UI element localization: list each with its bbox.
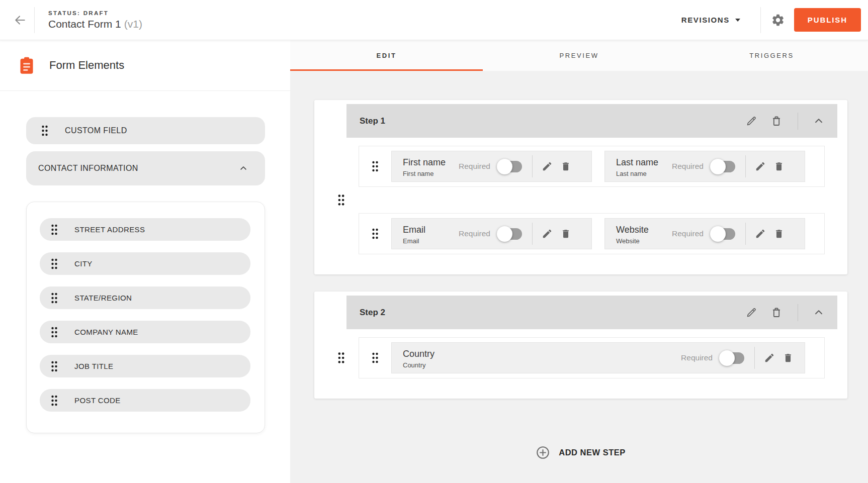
field-card: First name First name Required <box>391 151 592 182</box>
trash-icon <box>773 161 785 172</box>
drag-handle-icon <box>372 352 379 363</box>
field-label: Website <box>616 223 664 236</box>
step-rows: Country Country Required <box>359 337 825 378</box>
field-row: First name First name Required Last name… <box>359 146 825 187</box>
field-divider <box>754 347 755 369</box>
required-toggle[interactable] <box>499 161 522 172</box>
sidebar-item-label: POST CODE <box>74 396 121 405</box>
add-step-label: ADD NEW STEP <box>559 448 626 457</box>
sidebar-item-label: STREET ADDRESS <box>74 225 145 234</box>
sidebar-field-item[interactable]: STREET ADDRESS <box>40 218 250 241</box>
row-drag-handle[interactable] <box>359 352 391 363</box>
add-new-step-button[interactable]: ADD NEW STEP <box>536 446 626 459</box>
row-fields: Email Email Required Website Website Req… <box>391 218 805 249</box>
field-card: Country Country Required <box>391 342 805 373</box>
required-label: Required <box>459 162 490 171</box>
edit-field-button[interactable] <box>542 161 553 172</box>
sidebar-group-contact-information[interactable]: CONTACT INFORMATION <box>26 151 265 185</box>
pencil-icon <box>764 352 775 363</box>
field-row: Email Email Required Website Website Req… <box>359 213 825 254</box>
field-label: Last name <box>616 156 664 169</box>
step-drag-handle-icon[interactable] <box>337 352 345 364</box>
sidebar-field-item[interactable]: JOB TITLE <box>40 355 250 377</box>
delete-field-button[interactable] <box>783 352 794 363</box>
publish-button[interactable]: PUBLISH <box>794 8 861 32</box>
collapse-step-button[interactable] <box>813 116 824 127</box>
chevron-up-icon <box>813 116 824 127</box>
edit-step-button[interactable] <box>745 115 757 127</box>
drag-handle-icon <box>372 228 379 239</box>
sidebar-header: Form Elements <box>0 40 290 91</box>
sidebar-item-label: JOB TITLE <box>74 362 114 370</box>
caret-down-icon <box>735 19 740 22</box>
toggle-knob <box>497 226 512 242</box>
edit-step-button[interactable] <box>745 307 757 319</box>
drag-handle-icon <box>41 125 48 136</box>
step-actions-divider <box>798 304 798 321</box>
steps-list: Step 1 First name First name <box>314 100 847 416</box>
field-divider <box>745 155 746 177</box>
step-drag-handle-icon[interactable] <box>337 195 345 206</box>
step-header: Step 1 <box>346 104 837 138</box>
step-card: Step 2 Country Country <box>314 292 847 399</box>
edit-field-button[interactable] <box>755 161 766 172</box>
delete-field-button[interactable] <box>773 228 785 239</box>
required-toggle[interactable] <box>712 161 735 172</box>
delete-field-button[interactable] <box>560 161 571 172</box>
field-sublabel: Last name <box>616 170 664 177</box>
step-header: Step 2 <box>346 296 837 329</box>
revisions-button[interactable]: REVISIONS <box>681 16 740 24</box>
tab-label: EDIT <box>376 52 396 59</box>
row-drag-handle[interactable] <box>359 161 391 172</box>
edit-field-button[interactable] <box>542 228 553 239</box>
sidebar-item-custom-field[interactable]: CUSTOM FIELD <box>26 117 265 144</box>
sidebar-group-card: STREET ADDRESS CITY STATE/REGION COMPANY… <box>26 202 265 433</box>
edit-field-button[interactable] <box>755 228 766 239</box>
delete-step-button[interactable] <box>770 115 783 127</box>
field-sublabel: First name <box>403 170 451 177</box>
back-button[interactable] <box>9 9 31 31</box>
required-toggle[interactable] <box>712 228 735 240</box>
trash-icon <box>770 307 783 319</box>
collapse-step-button[interactable] <box>813 307 824 318</box>
pencil-icon <box>745 115 757 127</box>
edit-field-button[interactable] <box>764 352 775 363</box>
tab-preview[interactable]: PREVIEW <box>483 40 675 71</box>
required-toggle[interactable] <box>499 228 522 240</box>
topbar-divider <box>760 7 761 33</box>
toggle-knob <box>497 159 512 174</box>
sidebar-field-item[interactable]: CITY <box>40 252 250 275</box>
plus-circle-icon <box>536 446 550 459</box>
drag-handle-icon <box>51 258 58 269</box>
main-canvas: Step 1 First name First name <box>290 71 868 483</box>
step-title: Step 1 <box>360 116 385 126</box>
delete-field-button[interactable] <box>773 161 785 172</box>
pencil-icon <box>745 307 757 319</box>
drag-handle-icon <box>51 293 58 304</box>
field-info: Country Country <box>403 347 673 369</box>
sidebar: Form Elements CUSTOM FIELD CONTACT INFOR… <box>0 40 290 483</box>
field-info: First name First name <box>403 156 451 177</box>
revisions-label: REVISIONS <box>681 16 730 24</box>
settings-button[interactable] <box>771 13 785 27</box>
sidebar-field-item[interactable]: COMPANY NAME <box>40 321 250 343</box>
row-drag-handle[interactable] <box>359 228 391 239</box>
tab-triggers[interactable]: TRIGGERS <box>675 40 868 71</box>
status-badge: STATUS: DRAFT <box>48 10 142 16</box>
sidebar-group-label: CONTACT INFORMATION <box>38 164 138 173</box>
field-divider <box>532 223 533 245</box>
tab-edit[interactable]: EDIT <box>290 40 483 71</box>
delete-step-button[interactable] <box>770 307 783 319</box>
field-card: Email Email Required <box>391 218 592 249</box>
pencil-icon <box>755 228 766 239</box>
required-toggle[interactable] <box>721 352 744 364</box>
field-info: Website Website <box>616 223 664 245</box>
required-label: Required <box>681 353 713 362</box>
delete-field-button[interactable] <box>560 228 571 239</box>
sidebar-field-item[interactable]: POST CODE <box>40 389 250 412</box>
app-root: STATUS: DRAFT Contact Form 1(v1) REVISIO… <box>0 0 868 483</box>
field-sublabel: Country <box>403 361 673 369</box>
sidebar-title: Form Elements <box>49 59 124 72</box>
step-actions <box>745 304 824 321</box>
sidebar-field-item[interactable]: STATE/REGION <box>40 286 250 309</box>
